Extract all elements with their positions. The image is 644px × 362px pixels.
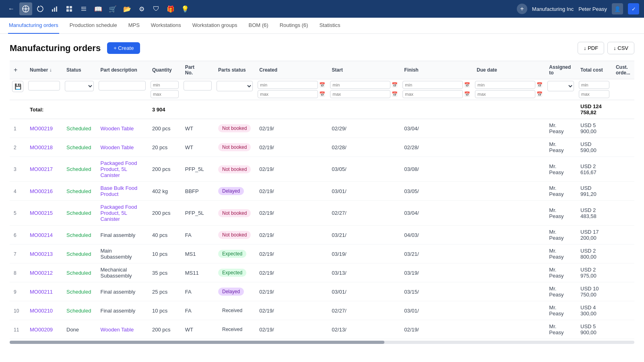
- settings-nav-icon[interactable]: ⚙: [135, 2, 148, 15]
- user-name: Peter Peasy: [578, 6, 607, 12]
- bulb-nav-icon[interactable]: 💡: [179, 2, 192, 15]
- col-part-no[interactable]: PartNo.: [181, 61, 214, 79]
- nav-workstations[interactable]: Workstations: [150, 18, 182, 34]
- finish-cell: 03/04/: [400, 119, 473, 138]
- check-icon[interactable]: ✓: [628, 3, 639, 14]
- nav-workstation-groups[interactable]: Workstation groups: [192, 18, 238, 34]
- nav-routings[interactable]: Routings (6): [279, 18, 309, 34]
- mo-number-link[interactable]: MO00216: [30, 188, 53, 194]
- col-parts-status[interactable]: Parts status: [214, 61, 255, 79]
- mo-number-link[interactable]: MO00213: [30, 251, 53, 257]
- table-row: 9 MO00211 Scheduled Final assembly 25 pc…: [10, 282, 634, 301]
- mo-number-link[interactable]: MO00218: [30, 144, 53, 150]
- created-cell: 02/19/: [255, 282, 328, 301]
- part-description-link[interactable]: Base Bulk Food Product: [100, 185, 137, 197]
- plus-button[interactable]: +: [517, 4, 527, 14]
- col-finish[interactable]: Finish: [400, 61, 473, 79]
- svg-rect-14: [81, 8, 86, 9]
- col-total-cost[interactable]: Total cost: [576, 61, 612, 79]
- filter-cost-max[interactable]: [579, 90, 609, 98]
- mo-number-link[interactable]: MO00212: [30, 270, 53, 276]
- user-avatar-icon[interactable]: 👤: [612, 3, 623, 14]
- scrollbar-thumb[interactable]: [10, 341, 384, 344]
- save-filter-button[interactable]: 💾: [12, 81, 23, 92]
- due-date-cell: [473, 119, 545, 138]
- filter-parts-status-select[interactable]: Not booked Delayed Expected Received: [217, 81, 253, 91]
- mo-number-link[interactable]: MO00210: [30, 308, 53, 314]
- book-nav-icon[interactable]: 📖: [92, 2, 105, 15]
- col-part-desc[interactable]: Part description: [96, 61, 148, 79]
- parts-status-cell: Received: [214, 320, 255, 339]
- calendar-icon-6[interactable]: 📅: [464, 91, 470, 97]
- col-assigned-to[interactable]: Assignedto: [545, 61, 576, 79]
- shield-nav-icon[interactable]: 🛡: [150, 2, 163, 15]
- row-number: 4: [14, 189, 17, 194]
- filter-due-min[interactable]: [475, 81, 535, 89]
- filter-created-min[interactable]: [258, 81, 318, 89]
- calendar-icon-2[interactable]: 📅: [319, 91, 325, 97]
- basket-nav-icon[interactable]: 🛒: [106, 2, 119, 15]
- filter-number-input[interactable]: [28, 81, 60, 90]
- mo-number-link[interactable]: MO00219: [30, 125, 53, 132]
- col-status[interactable]: Status: [62, 61, 96, 79]
- part-description-link[interactable]: Packaged Food Product, 5L Canister: [100, 204, 137, 222]
- part-description-link[interactable]: Wooden Table: [100, 125, 134, 132]
- spinner-icon[interactable]: [34, 2, 47, 15]
- parts-status-badge: Expected: [218, 250, 246, 258]
- calendar-icon[interactable]: 📅: [319, 82, 325, 88]
- calendar-icon-8[interactable]: 📅: [537, 91, 543, 97]
- back-button[interactable]: ←: [5, 2, 18, 15]
- horizontal-scrollbar[interactable]: [10, 341, 634, 344]
- part-description-link[interactable]: Wooden Table: [100, 144, 134, 150]
- gift-nav-icon[interactable]: 🎁: [164, 2, 177, 15]
- col-cust-order[interactable]: Cust.orde...: [612, 61, 634, 79]
- nav-statistics[interactable]: Statistics: [318, 18, 341, 34]
- filter-qty-max[interactable]: [151, 90, 179, 98]
- mo-number-link[interactable]: MO00209: [30, 327, 53, 333]
- filter-finish-min[interactable]: [402, 81, 463, 89]
- calendar-icon-4[interactable]: 📅: [392, 91, 398, 97]
- mo-number-link[interactable]: MO00217: [30, 166, 53, 172]
- svg-rect-9: [66, 6, 69, 8]
- col-start[interactable]: Start: [328, 61, 400, 79]
- filter-start-min[interactable]: [330, 81, 390, 89]
- filter-start-max[interactable]: [330, 90, 390, 98]
- list-nav-icon[interactable]: [77, 2, 90, 15]
- filter-cost-min[interactable]: [579, 81, 609, 89]
- pdf-export-button[interactable]: ↓ PDF: [578, 42, 604, 54]
- filter-due-max[interactable]: [475, 90, 535, 98]
- app-icon-compass[interactable]: [19, 2, 32, 15]
- mo-number-link[interactable]: MO00214: [30, 232, 53, 238]
- filter-assigned-to-select[interactable]: Mr. Peasy: [547, 81, 574, 91]
- part-description-link[interactable]: Packaged Food Product, 5L Canister: [100, 160, 137, 178]
- col-quantity[interactable]: Quantity: [148, 61, 181, 79]
- filter-finish-max[interactable]: [402, 90, 463, 98]
- calendar-icon-5[interactable]: 📅: [464, 82, 470, 88]
- col-number[interactable]: Number ↓: [26, 61, 62, 79]
- col-add[interactable]: +: [10, 61, 26, 79]
- filter-qty-min[interactable]: [151, 81, 179, 89]
- col-due-date[interactable]: Due date: [473, 61, 545, 79]
- create-button[interactable]: + Create: [107, 42, 140, 54]
- bar-chart-nav-icon[interactable]: [48, 2, 61, 15]
- part-desc-cell: Wooden Table: [96, 320, 148, 339]
- filter-status-select[interactable]: Scheduled Done: [65, 81, 94, 91]
- filter-part-desc-input[interactable]: [99, 81, 145, 90]
- table-row: 6 MO00214 Scheduled Final assembly 40 pc…: [10, 226, 634, 245]
- nav-production-schedule[interactable]: Production schedule: [69, 18, 118, 34]
- created-cell: 02/19/: [255, 245, 328, 263]
- part-description-link[interactable]: Wooden Table: [100, 327, 134, 333]
- nav-manufacturing-orders[interactable]: Manufacturing orders: [8, 18, 59, 34]
- nav-mps[interactable]: MPS: [128, 18, 140, 34]
- calendar-icon-7[interactable]: 📅: [537, 82, 543, 88]
- mo-number-link[interactable]: MO00211: [30, 289, 53, 295]
- calendar-icon-3[interactable]: 📅: [392, 82, 398, 88]
- filter-created-max[interactable]: [258, 90, 318, 98]
- grid-nav-icon[interactable]: [63, 2, 76, 15]
- folder-nav-icon[interactable]: 📂: [121, 2, 134, 15]
- nav-bom[interactable]: BOM (6): [248, 18, 269, 34]
- csv-export-button[interactable]: ↓ CSV: [607, 42, 634, 54]
- mo-number-link[interactable]: MO00215: [30, 210, 53, 216]
- col-created[interactable]: Created: [255, 61, 328, 79]
- filter-part-no-input[interactable]: [184, 81, 212, 90]
